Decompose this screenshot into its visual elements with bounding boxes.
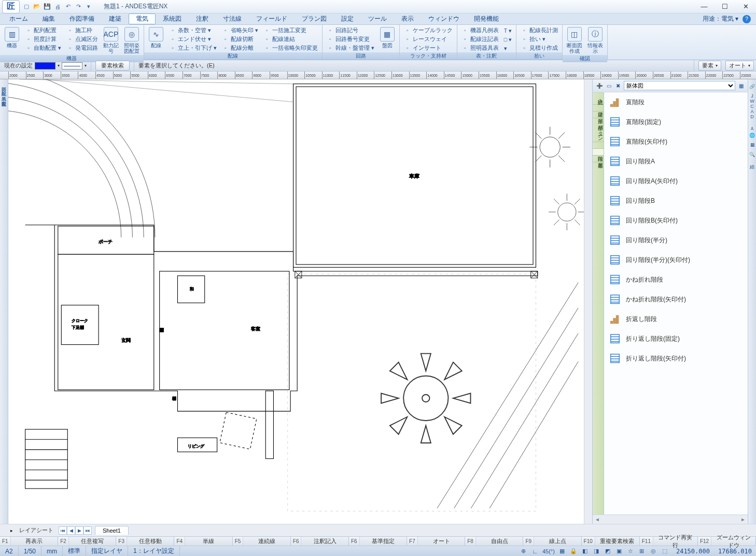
- side-tab-部屋[interactable]: 部屋: [593, 112, 604, 118]
- stair-item[interactable]: 回り階段(半分): [604, 230, 748, 250]
- fkey-F6[interactable]: F6基準指定: [349, 537, 407, 546]
- ribbon-インサート[interactable]: ▫インサート: [402, 44, 455, 52]
- stair-item[interactable]: 折り返し階段(矢印付): [604, 349, 748, 368]
- qat-more-icon[interactable]: ▾: [84, 2, 93, 11]
- ribbon-extra[interactable]: ▾: [502, 44, 514, 52]
- ribbon-立上・引下げ ▾[interactable]: ▫立上・引下げ ▾: [167, 44, 219, 52]
- right-strip-icon[interactable]: Ａ: [749, 121, 755, 130]
- ribbon-照明器具表[interactable]: ▫照明器具表: [459, 44, 501, 52]
- auto-dd[interactable]: オート▾: [725, 61, 754, 71]
- fkey-F5[interactable]: F5連続線: [233, 537, 291, 546]
- sheet-prev-icon[interactable]: ◀: [67, 526, 75, 535]
- ribbon-発電回路[interactable]: ▫発電回路: [64, 44, 100, 52]
- layer-select[interactable]: 躯体図: [624, 81, 735, 90]
- misc-icon[interactable]: ◧: [581, 547, 589, 555]
- ribbon-照度計算[interactable]: ▫照度計算: [23, 35, 63, 44]
- side-tab-建築[interactable]: 建築: [593, 105, 604, 112]
- right-strip-jwcad[interactable]: JWCAD: [750, 91, 755, 121]
- ribbon-盤図[interactable]: ▦盤図: [377, 26, 397, 49]
- layer-sheet-chevron[interactable]: ▸: [8, 528, 15, 533]
- left-strip-item[interactable]: 配線 系統 配置図: [1, 86, 7, 100]
- drawing-canvas[interactable]: 車庫 ポーチ 和 クローク 下足棚: [8, 79, 584, 524]
- ribbon-配列配置[interactable]: ▫配列配置: [23, 26, 63, 35]
- grid-icon[interactable]: ▦: [737, 82, 745, 89]
- fkey-F1[interactable]: F1再表示: [0, 537, 58, 546]
- misc-icon[interactable]: ⬚: [661, 547, 669, 555]
- status-std[interactable]: 標準: [63, 546, 86, 556]
- sheet-first-icon[interactable]: ⏮: [59, 526, 67, 535]
- stair-item[interactable]: 折返し階段: [604, 309, 748, 329]
- fkey-F11[interactable]: F11コマンド再実行: [640, 537, 698, 546]
- fkey-F2[interactable]: F2任意複写: [58, 537, 116, 546]
- menu-フィールド[interactable]: フィールド: [249, 13, 295, 24]
- right-strip-icon[interactable]: 🔍: [750, 149, 755, 159]
- line-dd-icon[interactable]: ▾: [85, 63, 87, 68]
- open-icon[interactable]: 📂: [32, 2, 41, 11]
- side-tab-部屋名[interactable]: 部屋名: [593, 156, 604, 162]
- stair-item[interactable]: かね折れ階段: [604, 270, 748, 289]
- grid-icon[interactable]: ▦: [558, 547, 566, 555]
- ribbon-ケーブルラック[interactable]: ▫ケーブルラック: [402, 26, 455, 35]
- ortho-icon[interactable]: ∟: [531, 547, 539, 555]
- stair-item[interactable]: 直階段(固定): [604, 112, 748, 132]
- ribbon-機器凡例表[interactable]: ▫機器凡例表: [459, 26, 501, 35]
- ribbon-回路記号[interactable]: ▫回路記号: [325, 26, 376, 35]
- delete-icon[interactable]: ✖: [614, 82, 622, 89]
- side-tab-設備[interactable]: 設備: [593, 142, 604, 149]
- new-icon[interactable]: ▢: [22, 2, 31, 11]
- status-angle[interactable]: 45(°): [542, 547, 555, 555]
- menu-ホーム[interactable]: ホーム: [2, 13, 35, 24]
- status-layermode[interactable]: 指定レイヤ: [86, 546, 128, 556]
- status-unit[interactable]: mm: [41, 546, 63, 556]
- lock-icon[interactable]: 🔒: [569, 547, 578, 555]
- ribbon-点滅区分[interactable]: ▫点滅区分: [64, 35, 100, 44]
- side-tab-階段[interactable]: 階段: [593, 149, 604, 156]
- ribbon-エンド伏せ ▾[interactable]: ▫エンド伏せ ▾: [167, 35, 219, 44]
- stair-item[interactable]: 直階段(矢印付): [604, 132, 748, 151]
- stair-item[interactable]: 折り返し階段(固定): [604, 329, 748, 349]
- menu-系統図[interactable]: 系統図: [156, 13, 189, 24]
- snap-icon[interactable]: ⊕: [520, 547, 528, 555]
- ribbon-動力記号[interactable]: ACP動力記号: [101, 26, 121, 55]
- stair-item[interactable]: 回り階段(半分)(矢印付): [604, 250, 748, 270]
- status-scale[interactable]: 1/50: [19, 546, 41, 556]
- right-strip-icon[interactable]: 🌐: [750, 130, 755, 140]
- stair-item[interactable]: 回り階段A(矢印付): [604, 171, 748, 191]
- ribbon-レースウェイ[interactable]: ▫レースウェイ: [402, 35, 455, 44]
- side-tab-読込み[interactable]: 読込み: [593, 92, 604, 105]
- ribbon-施工枠[interactable]: ▫施工枠: [64, 26, 100, 35]
- misc-icon[interactable]: ☆: [626, 547, 635, 555]
- ribbon-配線[interactable]: ∿配線: [146, 26, 166, 49]
- right-strip-icon[interactable]: ▦: [750, 140, 755, 149]
- menu-開発機能[interactable]: 開発機能: [467, 13, 506, 24]
- ribbon-照明姿図配置[interactable]: ◎照明姿図配置: [122, 26, 142, 55]
- menu-電気[interactable]: 電気: [129, 13, 156, 24]
- panel-icon[interactable]: ▭: [605, 82, 612, 89]
- ribbon-extra[interactable]: T ▾: [502, 26, 514, 35]
- ribbon-配線分離[interactable]: ▫配線分離: [220, 44, 260, 52]
- menu-作図準備[interactable]: 作図準備: [62, 13, 102, 24]
- ribbon-幹線・盤管理 ▾[interactable]: ▫幹線・盤管理 ▾: [325, 44, 376, 52]
- ribbon-extra[interactable]: □ ▾: [502, 35, 514, 44]
- menu-寸法線[interactable]: 寸法線: [216, 13, 249, 24]
- menu-注釈[interactable]: 注釈: [189, 13, 216, 24]
- fkey-F3[interactable]: F3任意移動: [116, 537, 174, 546]
- usage-label[interactable]: 用途：電気 ▾: [703, 15, 743, 23]
- ribbon-配線連結[interactable]: ▫配線連結: [261, 35, 320, 44]
- ribbon-見積り作成[interactable]: ▫見積り作成: [519, 44, 560, 52]
- color-dd-icon[interactable]: ▾: [58, 63, 60, 68]
- misc-icon[interactable]: ⊞: [638, 547, 646, 555]
- ribbon-省略矢印 ▾[interactable]: ▫省略矢印 ▾: [220, 26, 260, 35]
- stair-item[interactable]: 直階段: [604, 92, 748, 112]
- menu-編集[interactable]: 編集: [35, 13, 62, 24]
- fkey-F7[interactable]: F7オート: [407, 537, 465, 546]
- ribbon-一括施工変更[interactable]: ▫一括施工変更: [261, 26, 320, 35]
- maximize-button[interactable]: ☐: [715, 0, 735, 13]
- menu-ウィンドウ[interactable]: ウィンドウ: [421, 13, 467, 24]
- sheet-tab[interactable]: Sheet1: [95, 526, 129, 535]
- ribbon-自動配置 ▾[interactable]: ▫自動配置 ▾: [23, 44, 63, 52]
- help-icon[interactable]: ?: [743, 15, 751, 23]
- fkey-F9[interactable]: F9線上点: [523, 537, 581, 546]
- ribbon-回路番号変更[interactable]: ▫回路番号変更: [325, 35, 376, 44]
- fkey-F12[interactable]: F12ズームウィンドウ: [698, 537, 756, 546]
